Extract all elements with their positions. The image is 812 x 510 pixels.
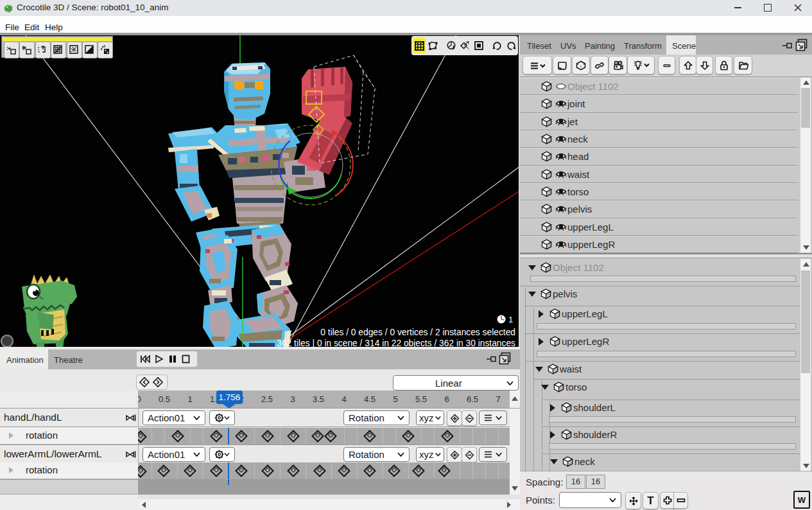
svg-text:1: 1	[508, 315, 513, 324]
svg-text:0 tiles / 0 edges / 0 vertices: 0 tiles / 0 edges / 0 vertices / 2 insta…	[320, 328, 515, 337]
svg-text:362 tiles | 0 in scene / 314 i: 362 tiles | 0 in scene / 314 in 22 objec…	[277, 339, 515, 347]
